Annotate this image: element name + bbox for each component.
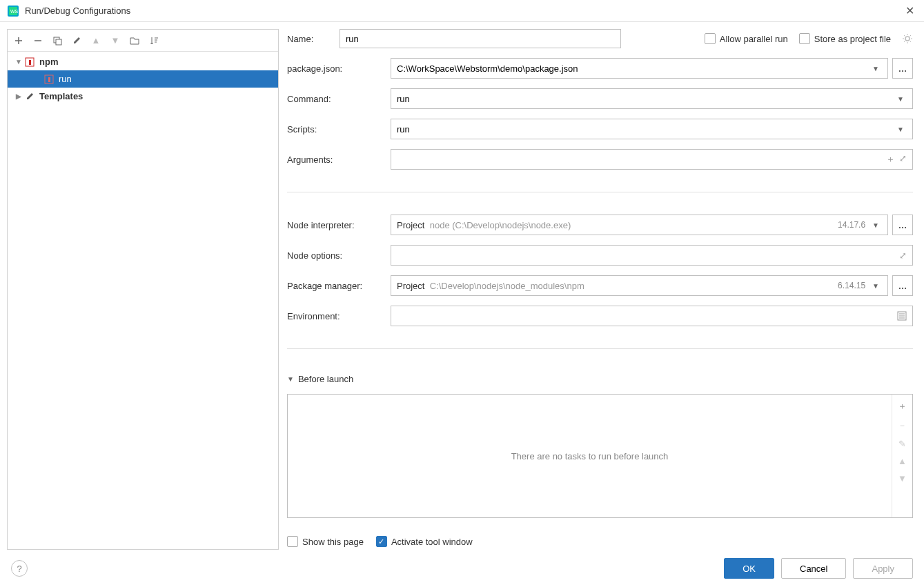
browse-node-interpreter-button[interactable]: … bbox=[892, 215, 913, 235]
before-launch-box: There are no tasks to run before launch … bbox=[287, 394, 913, 518]
folder-icon[interactable] bbox=[128, 34, 141, 48]
checkbox-icon bbox=[705, 33, 716, 44]
remove-config-icon[interactable] bbox=[31, 34, 45, 48]
add-task-icon[interactable]: ＋ bbox=[898, 400, 907, 412]
before-launch-toolbar: ＋ － ✎ ▲ ▼ bbox=[892, 395, 912, 517]
arguments-input[interactable] bbox=[397, 155, 886, 165]
app-icon: WS bbox=[7, 5, 19, 17]
scripts-input[interactable] bbox=[397, 124, 894, 135]
store-as-project-file-checkbox[interactable]: Store as project file bbox=[799, 33, 891, 44]
name-input[interactable] bbox=[340, 29, 621, 48]
expand-arrow-icon: ▼ bbox=[13, 58, 24, 66]
move-up-icon: ▲ bbox=[89, 34, 103, 48]
sort-icon[interactable] bbox=[147, 34, 161, 48]
dropdown-icon[interactable]: ▼ bbox=[869, 65, 882, 72]
npm-version: 6.14.15 bbox=[838, 281, 865, 290]
node-options-field[interactable]: ⤢ bbox=[391, 245, 913, 266]
tree-node-npm[interactable]: ▼ npm bbox=[8, 53, 278, 70]
store-as-project-file-label: Store as project file bbox=[814, 34, 891, 44]
scripts-field[interactable]: ▼ bbox=[391, 119, 913, 139]
svg-text:WS: WS bbox=[10, 9, 19, 14]
environment-label: Environment: bbox=[287, 311, 391, 321]
activate-tool-window-checkbox[interactable]: ✓ Activate tool window bbox=[376, 536, 473, 547]
move-task-down-icon: ▼ bbox=[898, 473, 907, 484]
name-label: Name: bbox=[287, 34, 328, 44]
divider bbox=[287, 348, 913, 349]
package-json-label: package.json: bbox=[287, 63, 391, 74]
node-interpreter-prefix: Project bbox=[397, 220, 424, 230]
title-bar: WS Run/Debug Configurations ✕ bbox=[0, 0, 924, 22]
show-this-page-label: Show this page bbox=[302, 537, 364, 547]
expand-icon[interactable]: ⤢ bbox=[899, 153, 907, 166]
node-version: 14.17.6 bbox=[838, 220, 865, 230]
command-field[interactable]: ▼ bbox=[391, 88, 913, 109]
browse-package-manager-button[interactable]: … bbox=[892, 275, 913, 296]
environment-input[interactable] bbox=[397, 311, 897, 321]
chevron-down-icon: ▼ bbox=[287, 375, 294, 383]
command-input[interactable] bbox=[397, 94, 894, 104]
before-launch-header[interactable]: ▼ Before launch bbox=[287, 374, 913, 384]
expand-icon[interactable]: ⤢ bbox=[899, 250, 907, 261]
svg-rect-8 bbox=[48, 77, 50, 82]
list-icon[interactable] bbox=[897, 311, 907, 321]
config-tree: ▼ npm run ▶ Templates bbox=[8, 52, 278, 549]
footer-checkboxes: Show this page ✓ Activate tool window bbox=[287, 536, 913, 547]
before-launch-empty: There are no tasks to run before launch bbox=[288, 395, 892, 517]
copy-config-icon[interactable] bbox=[50, 34, 64, 48]
arguments-field[interactable]: ＋ ⤢ bbox=[391, 149, 913, 170]
checkbox-icon bbox=[287, 536, 298, 547]
tree-node-run[interactable]: run bbox=[8, 70, 278, 88]
checkbox-checked-icon: ✓ bbox=[376, 536, 387, 547]
svg-point-9 bbox=[905, 37, 910, 41]
main-content: ▲ ▼ ▼ npm run ▶ Templates Name: bbox=[0, 22, 924, 550]
tree-node-templates[interactable]: ▶ Templates bbox=[8, 88, 278, 105]
wrench-icon bbox=[24, 91, 35, 102]
form-grid: package.json: ▼ … Command: ▼ Scripts: ▼ … bbox=[287, 58, 913, 547]
apply-button: Apply bbox=[853, 558, 913, 579]
allow-parallel-checkbox[interactable]: Allow parallel run bbox=[705, 33, 788, 44]
node-interpreter-field[interactable]: Project node (C:\Develop\nodejs\node.exe… bbox=[391, 215, 888, 235]
dropdown-icon[interactable]: ▼ bbox=[894, 126, 907, 133]
remove-task-icon: － bbox=[898, 419, 907, 432]
arguments-label: Arguments: bbox=[287, 155, 391, 165]
node-options-label: Node options: bbox=[287, 250, 391, 261]
node-interpreter-label: Node interpreter: bbox=[287, 220, 391, 230]
tree-label-run: run bbox=[59, 74, 72, 84]
svg-rect-6 bbox=[29, 60, 31, 65]
activate-tool-window-label: Activate tool window bbox=[391, 537, 473, 547]
gear-icon[interactable] bbox=[902, 33, 913, 44]
add-config-icon[interactable] bbox=[12, 34, 26, 48]
npm-run-icon bbox=[43, 74, 55, 85]
package-json-field[interactable]: ▼ bbox=[391, 58, 888, 79]
package-manager-prefix: Project bbox=[397, 281, 424, 291]
environment-field[interactable] bbox=[391, 306, 913, 326]
help-button[interactable]: ? bbox=[11, 560, 28, 577]
move-task-up-icon: ▲ bbox=[898, 456, 907, 466]
close-icon[interactable]: ✕ bbox=[903, 4, 917, 17]
package-manager-hint: C:\Develop\nodejs\node_modules\npm bbox=[430, 281, 584, 291]
edit-task-icon: ✎ bbox=[898, 439, 906, 449]
edit-defaults-icon[interactable] bbox=[70, 34, 83, 48]
tree-label-npm: npm bbox=[39, 57, 58, 67]
dropdown-icon[interactable]: ▼ bbox=[894, 95, 907, 103]
plus-icon[interactable]: ＋ bbox=[886, 153, 895, 166]
dropdown-icon[interactable]: ▼ bbox=[869, 282, 882, 290]
package-manager-label: Package manager: bbox=[287, 281, 391, 291]
allow-parallel-label: Allow parallel run bbox=[720, 34, 788, 44]
move-down-icon: ▼ bbox=[108, 34, 122, 48]
package-manager-field[interactable]: Project C:\Develop\nodejs\node_modules\n… bbox=[391, 275, 888, 296]
dropdown-icon[interactable]: ▼ bbox=[869, 221, 882, 229]
scripts-label: Scripts: bbox=[287, 124, 391, 135]
left-toolbar: ▲ ▼ bbox=[8, 30, 278, 52]
package-json-input[interactable] bbox=[397, 63, 869, 74]
ok-button[interactable]: OK bbox=[724, 558, 774, 579]
show-this-page-checkbox[interactable]: Show this page bbox=[287, 536, 364, 547]
tree-label-templates: Templates bbox=[39, 91, 83, 101]
node-options-input[interactable] bbox=[397, 250, 899, 261]
browse-package-json-button[interactable]: … bbox=[892, 58, 913, 79]
npm-icon bbox=[24, 57, 35, 68]
checkbox-icon bbox=[799, 33, 810, 44]
footer-bar: ? OK Cancel Apply bbox=[0, 550, 924, 587]
cancel-button[interactable]: Cancel bbox=[781, 558, 846, 579]
svg-rect-4 bbox=[56, 39, 61, 45]
